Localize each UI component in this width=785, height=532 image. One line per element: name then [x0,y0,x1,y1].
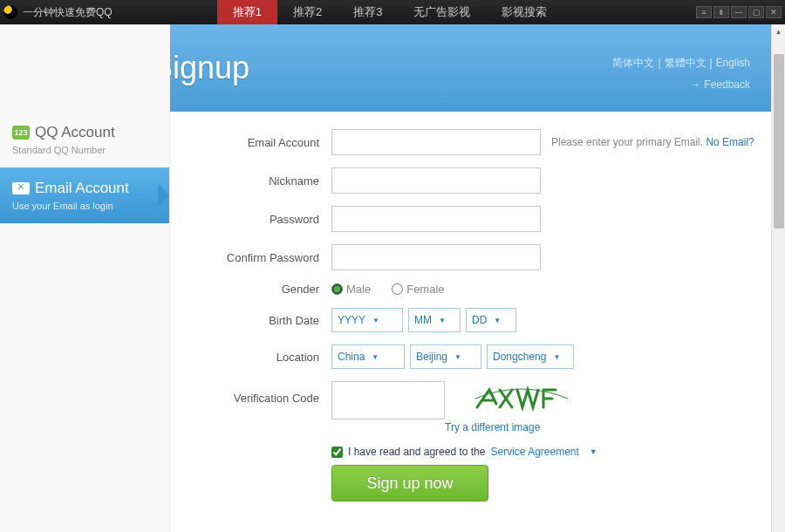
no-email-link[interactable]: No Email? [706,136,754,148]
confirm-password-input[interactable] [331,244,541,270]
window-minimize-button[interactable]: — [731,6,747,18]
tab-rec2[interactable]: 推荐2 [277,0,338,25]
app-icon [3,5,17,19]
number-badge-icon: 123 [12,126,30,140]
birth-year-select[interactable]: YYYY▼ [331,308,403,332]
email-input[interactable] [331,129,541,155]
mail-icon [12,182,30,194]
nickname-label: Nickname [205,174,331,188]
tab-video-search[interactable]: 影视搜索 [486,0,563,25]
window-controls: ≡ ⇟ — ▢ ✕ [696,6,782,18]
gender-male-radio[interactable] [331,283,343,295]
tab-rec1[interactable]: 推荐1 [217,0,277,25]
chevron-down-icon: ▼ [372,353,379,361]
email-hint: Please enter your primary Email. No Emai… [551,136,754,148]
captcha-label: Verification Code [205,381,331,405]
captcha-image [469,381,574,416]
signup-form: Email Account Please enter your primary … [170,24,785,532]
app-title: 一分钟快速免费QQ [23,5,113,20]
sidebar: 123QQ Account Standard QQ Number Email A… [0,24,170,532]
chevron-down-icon: ▼ [553,353,560,361]
password-input[interactable] [331,206,541,232]
sidebar-item-email-account[interactable]: Email Account Use your Email as login [0,167,169,223]
window-close-button[interactable]: ✕ [766,6,782,18]
gender-male-option[interactable]: Male [331,283,371,296]
chevron-down-icon: ▼ [372,317,379,324]
birth-label: Birth Date [205,314,331,327]
tab-video-noads[interactable]: 无广告影视 [398,0,486,25]
location-country-select[interactable]: China▼ [331,344,405,369]
titlebar-tabs: 推荐1 推荐2 推荐3 无广告影视 影视搜索 [217,0,563,25]
chevron-down-icon: ▼ [439,317,446,324]
password-label: Password [205,213,331,226]
tab-rec3[interactable]: 推荐3 [338,0,398,25]
gender-female-radio[interactable] [392,283,403,295]
nickname-input[interactable] [331,167,541,194]
chevron-down-icon: ▼ [454,353,461,361]
confirm-password-label: Confirm Password [205,251,331,264]
service-agreement-link[interactable]: Service Agreement [490,446,578,458]
birth-day-select[interactable]: DD▼ [466,308,516,332]
signup-button[interactable]: Sign up now [331,465,488,501]
chevron-down-icon: ▼ [590,447,597,456]
location-district-select[interactable]: Dongcheng▼ [487,344,574,369]
location-label: Location [205,351,331,364]
captcha-input[interactable] [331,381,445,419]
gender-female-option[interactable]: Female [392,283,444,296]
agreement-checkbox[interactable] [331,447,343,458]
birth-month-select[interactable]: MM▼ [408,308,461,332]
chevron-down-icon: ▼ [494,317,501,324]
window-pin-button[interactable]: ⇟ [713,6,729,18]
location-province-select[interactable]: Beijing▼ [410,344,481,369]
window-maximize-button[interactable]: ▢ [748,6,764,18]
captcha-refresh-link[interactable]: Try a different image [445,421,574,433]
sidebar-item-qq-account[interactable]: 123QQ Account Standard QQ Number [0,112,169,167]
gender-label: Gender [205,283,331,296]
email-label: Email Account [205,136,331,149]
window-titlebar: 一分钟快速免费QQ 推荐1 推荐2 推荐3 无广告影视 影视搜索 ≡ ⇟ — ▢… [0,0,785,24]
main-area: QQ Signup 简体中文|繁體中文|English →Feedback 12… [0,24,785,532]
window-menu-button[interactable]: ≡ [696,6,712,18]
agreement-row: I have read and agreed to the Service Ag… [331,446,759,458]
